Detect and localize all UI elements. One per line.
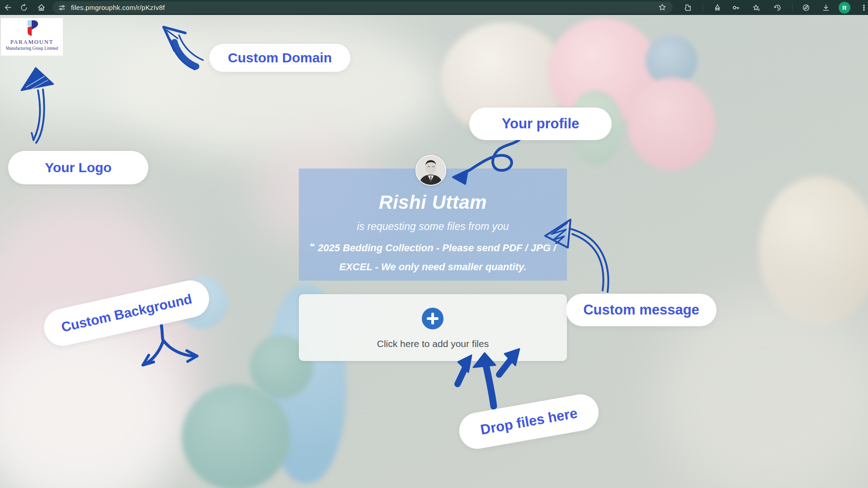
password-key-icon[interactable]: [728, 0, 744, 15]
reload-button[interactable]: [16, 0, 32, 15]
requester-avatar: [415, 155, 446, 186]
add-files-button[interactable]: [422, 308, 443, 329]
extensions-icon[interactable]: [680, 0, 696, 15]
download-icon[interactable]: [818, 0, 834, 15]
toolbar-divider: [792, 4, 793, 11]
your-logo-label: Your Logo: [8, 151, 148, 184]
your-profile-label: Your profile: [469, 108, 612, 140]
background-cloud: [108, 18, 443, 158]
background-teal-balloon: [182, 384, 290, 488]
upload-label: Click here to add your files: [299, 338, 567, 349]
browser-essentials-icon[interactable]: [798, 0, 814, 15]
star-sparkle-icon[interactable]: [749, 0, 764, 15]
request-message-line2: EXCEL - We only need smaller quantity.: [339, 261, 526, 272]
paramount-logo-mark: [24, 20, 40, 38]
requester-name: Rishi Uttam: [299, 192, 567, 213]
logo-brand-text: PARAMOUNT: [10, 38, 54, 46]
url-text: files.pmgrouphk.com/r/pKzIv8f: [71, 4, 165, 11]
screen: Rishi Uttam is requesting some files fro…: [0, 0, 868, 488]
quote-icon: ❝: [310, 241, 315, 251]
drop-files-here-label: Drop files here: [456, 392, 601, 452]
request-message: ❝2025 Bedding Collection - Please send P…: [303, 239, 562, 277]
menu-kebab-icon[interactable]: [856, 0, 868, 15]
url-bar[interactable]: files.pmgrouphk.com/r/pKzIv8f: [52, 1, 673, 14]
history-icon[interactable]: [770, 0, 785, 15]
logo-tagline-text: Manufacturing Group Limited: [6, 46, 58, 51]
background-pink-balloon: [627, 78, 716, 170]
site-info-icon[interactable]: [58, 4, 66, 11]
custom-message-label: Custom message: [566, 294, 717, 326]
extension-hanger-icon[interactable]: [710, 0, 725, 15]
home-button[interactable]: [33, 0, 49, 15]
custom-domain-label: Custom Domain: [209, 44, 350, 72]
request-subtitle: is requesting some files from you: [299, 221, 567, 233]
request-message-line1: 2025 Bedding Collection - Please send PD…: [318, 242, 556, 253]
browser-toolbar: files.pmgrouphk.com/r/pKzIv8f: [0, 0, 868, 15]
back-button[interactable]: [0, 0, 15, 15]
company-logo: PARAMOUNT Manufacturing Group Limited: [1, 18, 63, 56]
toolbar-divider: [703, 4, 703, 11]
bookmark-star-icon[interactable]: [658, 3, 666, 13]
browser-profile-avatar[interactable]: R: [839, 2, 850, 14]
upload-dropzone[interactable]: Click here to add your files: [299, 294, 567, 361]
